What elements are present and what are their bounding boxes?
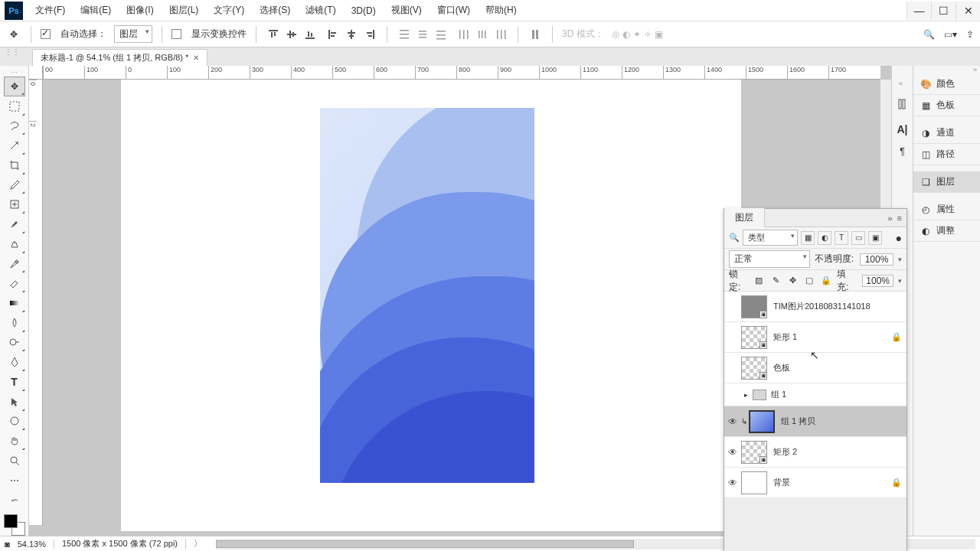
- panel-menu-icon[interactable]: ≡: [897, 214, 902, 223]
- clone-stamp-tool[interactable]: [4, 234, 25, 254]
- layer-item[interactable]: ▣ 矩形 1 🔒: [724, 322, 906, 353]
- layer-thumbnail[interactable]: ▣: [741, 326, 767, 349]
- toolbox-grip-icon[interactable]: ⋯: [11, 69, 18, 77]
- menu-select[interactable]: 选择(S): [252, 0, 298, 21]
- align-hcenter-icon[interactable]: [344, 27, 359, 42]
- panel-properties[interactable]: ◴属性: [913, 199, 980, 220]
- auto-select-checkbox[interactable]: [41, 29, 51, 39]
- pen-tool[interactable]: [4, 352, 25, 372]
- dist-bottom-icon[interactable]: [433, 27, 449, 42]
- layer-visibility-toggle[interactable]: 👁: [724, 447, 741, 458]
- search-icon[interactable]: 🔍: [923, 29, 935, 40]
- tab-grip-icon[interactable]: ⋮⋮: [5, 47, 20, 56]
- panel-layers[interactable]: ❏图层: [913, 171, 980, 193]
- layer-group[interactable]: ▸ 组 1: [724, 383, 906, 406]
- dist-hcenter-icon[interactable]: [475, 27, 490, 42]
- fill-value[interactable]: 100%: [862, 275, 893, 287]
- dist-top-icon[interactable]: [397, 27, 412, 42]
- layer-thumbnail[interactable]: ▣: [741, 357, 767, 380]
- panel-collapse-icon[interactable]: »: [913, 66, 980, 73]
- menu-view[interactable]: 视图(V): [384, 0, 430, 21]
- menu-image[interactable]: 图像(I): [119, 0, 161, 21]
- group-expand-icon[interactable]: ▸: [744, 391, 748, 399]
- layer-filter-type-dropdown[interactable]: 类型: [743, 230, 798, 246]
- layer-visibility-toggle[interactable]: 👁: [724, 416, 741, 427]
- marquee-tool[interactable]: [4, 96, 25, 116]
- align-vcenter-icon[interactable]: [284, 27, 299, 42]
- paragraph-icon[interactable]: ¶: [900, 146, 904, 157]
- hand-tool[interactable]: [4, 431, 25, 451]
- layer-thumbnail[interactable]: ▣: [741, 295, 767, 318]
- document-tab[interactable]: 未标题-1 @ 54.1% (组 1 拷贝, RGB/8) * ✕: [32, 49, 207, 66]
- close-tab-icon[interactable]: ✕: [193, 54, 199, 62]
- ruler-origin[interactable]: [29, 66, 43, 80]
- gradient-tool[interactable]: [4, 293, 25, 313]
- show-transform-checkbox[interactable]: [172, 29, 181, 39]
- layer-item[interactable]: 👁 ▣ 矩形 2: [724, 437, 906, 468]
- panel-adjustments[interactable]: ◐调整: [913, 220, 980, 242]
- layers-tab[interactable]: 图层: [724, 208, 765, 227]
- menu-type[interactable]: 文字(Y): [206, 0, 252, 21]
- blur-tool[interactable]: [4, 313, 25, 333]
- zoom-tool[interactable]: [4, 451, 25, 471]
- menu-help[interactable]: 帮助(H): [478, 0, 524, 21]
- magic-wand-tool[interactable]: [4, 135, 25, 155]
- doc-info-arrow-icon[interactable]: 〉: [194, 538, 202, 549]
- dist-vcenter-icon[interactable]: [415, 27, 430, 42]
- menu-window[interactable]: 窗口(W): [430, 0, 478, 21]
- share-icon[interactable]: ⇪: [966, 29, 974, 40]
- artboard[interactable]: [320, 108, 534, 483]
- panel-collapse-button[interactable]: »: [887, 214, 892, 223]
- swap-colors-icon[interactable]: ⤺: [4, 490, 25, 510]
- window-minimize-button[interactable]: —: [906, 2, 931, 20]
- document-info[interactable]: 1500 像素 x 1500 像素 (72 ppi): [62, 538, 186, 549]
- opacity-value[interactable]: 100%: [860, 253, 893, 266]
- brush-tool[interactable]: [4, 214, 25, 234]
- panel-swatches[interactable]: ▦色板: [913, 95, 980, 116]
- foreground-color-swatch[interactable]: [4, 514, 18, 528]
- layer-item[interactable]: 👁 背景 🔒: [724, 468, 906, 498]
- eraser-tool[interactable]: [4, 273, 25, 293]
- vertical-ruler[interactable]: 0 2: [29, 80, 43, 525]
- align-right-icon[interactable]: [362, 27, 377, 42]
- crop-tool[interactable]: [4, 155, 25, 175]
- move-tool[interactable]: ✥: [4, 77, 25, 96]
- workspace-switcher-icon[interactable]: ▭▾: [944, 29, 957, 40]
- panel-channels[interactable]: ◑通道: [913, 122, 980, 144]
- type-tool[interactable]: T: [4, 372, 25, 392]
- window-close-button[interactable]: ✕: [956, 2, 980, 20]
- layer-item-selected[interactable]: 👁 ↳ 组 1 拷贝: [724, 406, 906, 437]
- collapse-arrows-icon[interactable]: «: [899, 80, 906, 87]
- lock-transparency-icon[interactable]: ▨: [753, 276, 765, 285]
- filter-smartobj-icon[interactable]: ▣: [868, 231, 882, 245]
- align-top-icon[interactable]: [266, 27, 281, 42]
- healing-brush-tool[interactable]: [4, 194, 25, 214]
- filter-type-icon[interactable]: T: [835, 231, 848, 245]
- filter-toggle-icon[interactable]: ●: [896, 232, 902, 244]
- layer-visibility-toggle[interactable]: 👁: [724, 478, 741, 488]
- foreground-background-colors[interactable]: [4, 514, 25, 536]
- history-brush-tool[interactable]: [4, 254, 25, 274]
- align-left-icon[interactable]: [325, 27, 341, 42]
- layer-thumbnail[interactable]: ▣: [741, 441, 767, 464]
- horizontal-ruler[interactable]: 0010001002003004005006007008009001000110…: [43, 66, 880, 80]
- filter-pixel-icon[interactable]: ▦: [801, 231, 815, 245]
- layer-thumbnail[interactable]: [749, 410, 775, 433]
- dist-left-icon[interactable]: [456, 27, 472, 42]
- align-bottom-icon[interactable]: [302, 27, 318, 42]
- auto-select-dropdown[interactable]: 图层: [114, 25, 152, 43]
- character-icon[interactable]: A|: [897, 123, 907, 135]
- dodge-tool[interactable]: [4, 333, 25, 353]
- lock-pixels-icon[interactable]: ✎: [769, 276, 782, 285]
- zoom-level[interactable]: 54.13%: [18, 540, 54, 549]
- shape-tool[interactable]: [4, 412, 25, 432]
- blend-mode-dropdown[interactable]: 正常: [729, 250, 810, 268]
- filter-adjustment-icon[interactable]: ◐: [818, 231, 831, 245]
- lasso-tool[interactable]: [4, 116, 25, 136]
- layer-item[interactable]: ▣ TIM图片20180831141018: [724, 292, 906, 322]
- filter-shape-icon[interactable]: ▭: [851, 231, 865, 245]
- libraries-icon[interactable]: [897, 98, 909, 112]
- auto-align-icon[interactable]: [528, 27, 543, 42]
- layer-item[interactable]: ▣ 色板: [724, 353, 906, 383]
- dist-right-icon[interactable]: [493, 27, 508, 42]
